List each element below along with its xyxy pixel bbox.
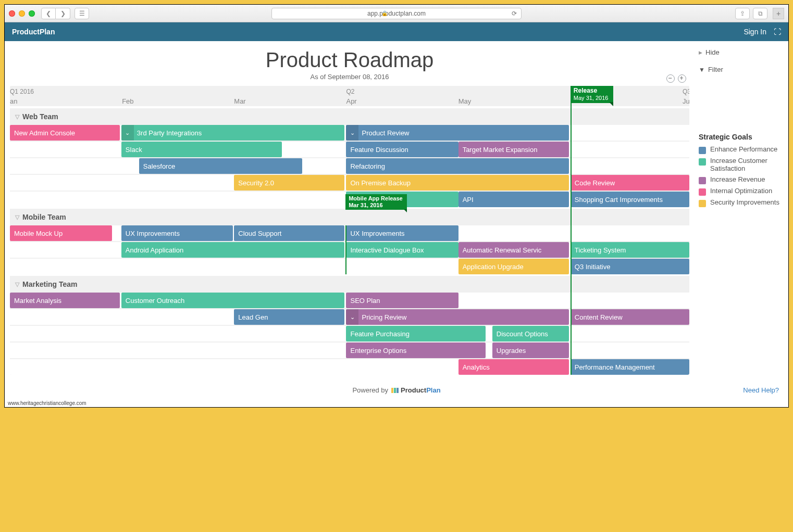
roadmap-bar[interactable]: Performance Management: [571, 359, 689, 375]
legend-swatch: [699, 200, 706, 207]
roadmap-bar[interactable]: Refactoring: [346, 158, 569, 174]
tabs-button[interactable]: ⧉: [753, 8, 767, 19]
productplan-logo[interactable]: ProductPlan: [391, 386, 441, 394]
minimize-window-icon[interactable]: [19, 10, 25, 17]
timeline-row: Market AnalysisCustomer OutreachSEO Plan: [10, 293, 689, 308]
roadmap-bar[interactable]: Security 2.0: [234, 175, 344, 191]
release-marker-line: [571, 86, 572, 375]
legend-item[interactable]: Increase Revenue: [699, 174, 782, 186]
timeline-row: AnalyticsPerformance Management: [10, 359, 689, 375]
swimlane-header[interactable]: ▽Web Team: [10, 107, 689, 125]
back-button[interactable]: ❮: [41, 8, 56, 19]
roadmap-bar[interactable]: API: [459, 192, 569, 207]
quarter-label: Q2: [346, 88, 354, 95]
filter-icon: ▼: [699, 66, 705, 73]
legend-swatch: [699, 158, 706, 166]
new-tab-button[interactable]: +: [773, 8, 784, 19]
roadmap-bar[interactable]: Enterprise Options: [346, 343, 485, 358]
chevron-down-icon: ⌄: [346, 125, 358, 141]
roadmap-bar[interactable]: Analytics: [459, 359, 569, 375]
roadmap-bar[interactable]: Application Upgrade: [459, 259, 569, 274]
roadmap-bar[interactable]: Cloud Support: [234, 225, 344, 241]
roadmap-bar[interactable]: Ticketing System: [571, 242, 689, 258]
roadmap-bar[interactable]: Market Analysis: [10, 293, 120, 308]
roadmap-bar[interactable]: Customer Outreach: [121, 293, 344, 308]
release-marker-tag[interactable]: Release May 31, 2016: [571, 86, 614, 103]
roadmap-bar[interactable]: Lead Gen: [234, 309, 344, 325]
forward-button[interactable]: ❯: [56, 8, 70, 19]
chevron-down-icon: ▽: [15, 214, 19, 221]
sidebar-panel: ▶ Hide ▼ Filter Strategic Goals Enhance …: [695, 41, 788, 378]
chevron-right-icon: ▶: [699, 50, 702, 55]
roadmap-bar[interactable]: Shopping Cart Improvements: [571, 192, 689, 207]
roadmap-bar[interactable]: UX Improvements: [121, 225, 233, 241]
roadmap-bar[interactable]: Automatic Renewal Servic: [459, 242, 569, 258]
roadmap-bar[interactable]: UX Improvements: [346, 225, 458, 241]
page-subtitle: As of September 08, 2016: [5, 73, 695, 81]
legend-item[interactable]: Enhance Performance: [699, 144, 782, 156]
help-link[interactable]: Need Help?: [743, 386, 779, 394]
chevron-down-icon: ⌄: [121, 125, 134, 141]
month-label: Mar: [234, 97, 245, 105]
fullscreen-icon[interactable]: ⛶: [774, 28, 781, 36]
page-title: Product Roadmap: [5, 48, 695, 72]
legend-item[interactable]: Increase Customer Satisfaction: [699, 156, 782, 174]
timeline-row: Feature PurchasingDiscount Options: [10, 326, 689, 341]
hide-panel-button[interactable]: ▶ Hide: [699, 46, 782, 58]
legend-item[interactable]: Internal Optimization: [699, 186, 782, 197]
roadmap-bar[interactable]: Slack: [121, 142, 282, 157]
month-label: May: [459, 97, 472, 105]
timeline-row: Lead Gen⌄Pricing ReviewContent ReviewP: [10, 309, 689, 325]
sidebar-toggle-button[interactable]: ☰: [75, 8, 89, 19]
timeline-row: Enterprise OptionsUpgrades: [10, 343, 689, 358]
timeline-row: Security 2.0On Premise BackupCode Review: [10, 175, 689, 191]
timeline-row: SlackFeature DiscussionTarget Market Exp…: [10, 142, 689, 157]
roadmap-bar[interactable]: ⌄Pricing Review: [346, 309, 569, 325]
timeline-row: Application UpgradeQ3 Initiative: [10, 259, 689, 274]
swimlane-header[interactable]: ▽Marketing Team: [10, 274, 689, 293]
roadmap-bar[interactable]: ⌄3rd Party Integrations: [121, 125, 344, 141]
roadmap-bar[interactable]: Android Application: [121, 242, 344, 258]
maximize-window-icon[interactable]: [29, 10, 35, 17]
roadmap-bar[interactable]: On Premise Backup: [346, 175, 569, 191]
roadmap-bar[interactable]: Q3 Initiative: [571, 259, 689, 274]
address-bar[interactable]: 🔒 app.productplan.com ⟳: [271, 8, 522, 19]
roadmap-bar[interactable]: New Admin Console: [10, 125, 120, 141]
filter-button[interactable]: ▼ Filter: [699, 64, 782, 75]
roadmap-bar[interactable]: Feature Purchasing: [346, 326, 485, 341]
roadmap-bar[interactable]: Feature Discussion: [346, 142, 458, 157]
month-label: Apr: [346, 97, 356, 105]
milestone-flag[interactable]: Mobile App ReleaseMar 31, 2016: [345, 194, 407, 210]
zoom-controls: − +: [666, 73, 686, 83]
swimlane-header[interactable]: ▽Mobile TeamMobile App ReleaseMar 31, 20…: [10, 207, 689, 225]
share-button[interactable]: ⇪: [735, 8, 750, 19]
sign-in-link[interactable]: Sign In: [744, 28, 766, 36]
reload-icon[interactable]: ⟳: [512, 10, 517, 17]
roadmap-bar[interactable]: Discount Options: [492, 326, 569, 341]
chevron-down-icon: ▽: [15, 113, 19, 120]
lock-icon: 🔒: [381, 10, 388, 16]
roadmap-bar[interactable]: Upgrades: [492, 343, 569, 358]
month-label: an: [10, 97, 17, 105]
strategic-goals-heading: Strategic Goals: [699, 133, 782, 141]
timeline-row: Android ApplicationInteractive Dialogue …: [10, 242, 689, 258]
timeline-row: Mobile Mock UpUX ImprovementsCloud Suppo…: [10, 225, 689, 241]
roadmap-bar[interactable]: SEO Plan: [346, 293, 458, 308]
roadmap-bar[interactable]: Code Review: [571, 175, 689, 191]
roadmap-bar[interactable]: Salesforce: [139, 158, 302, 174]
zoom-out-button[interactable]: −: [666, 74, 675, 83]
legend-swatch: [699, 188, 706, 196]
chevron-down-icon: ⌄: [346, 309, 358, 325]
close-window-icon[interactable]: [9, 10, 15, 17]
timeline-row: New Admin Console⌄3rd Party Integrations…: [10, 125, 689, 141]
app-brand: ProductPlan: [12, 28, 55, 36]
attribution-text: www.heritagechristiancollege.com: [5, 399, 788, 407]
roadmap-bar[interactable]: Content Review: [571, 309, 689, 325]
legend-item[interactable]: Security Improvements: [699, 197, 782, 209]
zoom-in-button[interactable]: +: [678, 74, 686, 83]
roadmap-bar[interactable]: Target Market Expansion: [459, 142, 569, 157]
chevron-down-icon: ▽: [15, 281, 19, 288]
roadmap-bar[interactable]: Mobile Mock Up: [10, 225, 112, 241]
roadmap-bar[interactable]: ⌄Product Review: [346, 125, 569, 141]
roadmap-bar[interactable]: Interactive Dialogue Box: [346, 242, 458, 258]
